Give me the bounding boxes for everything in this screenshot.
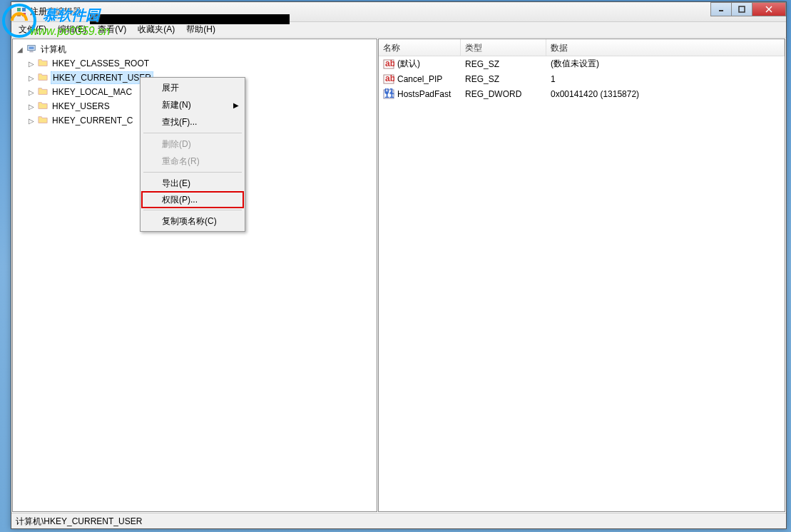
context-menu: 展开 新建(N)▶ 查找(F)... 删除(D) 重命名(R) 导出(E) 权限… [140, 77, 245, 232]
expander-icon[interactable]: ▷ [27, 116, 36, 125]
ctx-permissions[interactable]: 权限(P)... [141, 191, 244, 208]
expander-icon[interactable]: ▷ [27, 88, 36, 96]
statusbar: 计算机\HKEY_CURRENT_USER [11, 513, 786, 528]
svg-text:ab: ab [385, 73, 394, 83]
svg-rect-9 [29, 46, 34, 49]
redaction-bar [90, 14, 290, 24]
ctx-new[interactable]: 新建(N)▶ [142, 96, 243, 113]
tree-root-label: 计算机 [39, 43, 68, 56]
list-row[interactable]: 011110 HostsPadFast REG_DWORD 0x00141420… [379, 86, 785, 101]
value-type: REG_SZ [461, 58, 546, 71]
ctx-find[interactable]: 查找(F)... [142, 113, 243, 131]
value-data: (数值未设置) [546, 56, 785, 71]
separator [143, 133, 242, 133]
value-name: (默认) [397, 58, 420, 70]
list-row[interactable]: ab Cancel_PIP REG_SZ 1 [379, 71, 785, 86]
list-row[interactable]: ab (默认) REG_SZ (数值未设置) [379, 56, 785, 71]
folder-icon [37, 58, 49, 69]
separator [143, 210, 242, 210]
header-data[interactable]: 数据 [546, 39, 785, 56]
ctx-rename: 重命名(R) [142, 153, 243, 170]
expander-icon[interactable]: ▷ [27, 59, 36, 68]
folder-icon [37, 72, 49, 83]
value-type: REG_DWORD [461, 88, 546, 101]
tree-node-hkcr[interactable]: ▷ HKEY_CLASSES_ROOT [14, 56, 375, 71]
separator [143, 172, 242, 173]
expander-icon[interactable]: ◢ [16, 45, 24, 53]
header-type[interactable]: 类型 [461, 39, 546, 56]
value-type: REG_SZ [461, 73, 546, 86]
value-data: 0x00141420 (1315872) [546, 88, 785, 101]
tree-root-computer[interactable]: ◢ 计算机 [14, 42, 375, 56]
string-value-icon: ab [383, 58, 394, 70]
window-title: 注册表编辑器 [30, 6, 81, 18]
status-path: 计算机\HKEY_CURRENT_USER [16, 516, 142, 526]
svg-rect-1 [22, 8, 26, 11]
close-button[interactable] [752, 2, 786, 16]
tree-node-label: HKEY_LOCAL_MAC [51, 86, 133, 98]
value-name: Cancel_PIP [397, 74, 442, 84]
svg-rect-3 [22, 13, 26, 16]
content-area: ◢ 计算机 ▷ HKEY_CLASSES_ROOT ▷ HKEY_CURRENT… [11, 38, 786, 513]
menubar: 文件(F) 编辑(E) 查看(V) 收藏夹(A) 帮助(H) [11, 22, 786, 38]
maximize-button[interactable] [731, 2, 752, 16]
ctx-copy-key-name[interactable]: 复制项名称(C) [142, 213, 243, 230]
folder-icon [37, 101, 49, 112]
computer-icon [26, 44, 37, 55]
binary-value-icon: 011110 [383, 88, 394, 100]
ctx-expand[interactable]: 展开 [142, 79, 243, 96]
list-header: 名称 类型 数据 [379, 39, 785, 56]
svg-text:110: 110 [384, 90, 394, 100]
value-list-panel: 名称 类型 数据 ab (默认) REG_SZ (数值未设置) ab Cance… [378, 39, 785, 512]
window-controls [711, 2, 786, 16]
menu-file[interactable]: 文件(F) [13, 21, 52, 38]
app-icon [16, 6, 27, 18]
registry-editor-window: 注册表编辑器 文件(F) 编辑(E) 查看(V) 收藏夹(A) 帮助(H) ◢ … [11, 1, 787, 529]
menu-edit[interactable]: 编辑(E) [52, 21, 92, 38]
svg-rect-0 [17, 8, 21, 11]
svg-rect-2 [17, 13, 21, 16]
svg-rect-5 [739, 6, 745, 12]
folder-icon [37, 86, 49, 98]
expander-icon[interactable]: ▷ [27, 73, 36, 82]
svg-rect-10 [29, 51, 33, 53]
svg-text:ab: ab [385, 58, 394, 68]
ctx-delete: 删除(D) [142, 135, 243, 153]
list-body[interactable]: ab (默认) REG_SZ (数值未设置) ab Cancel_PIP REG… [379, 56, 785, 511]
submenu-arrow-icon: ▶ [233, 101, 239, 109]
tree-node-label: HKEY_USERS [51, 101, 111, 112]
tree-node-label: HKEY_CURRENT_C [51, 115, 134, 126]
tree-node-label: HKEY_CLASSES_ROOT [51, 58, 150, 69]
value-data: 1 [546, 73, 785, 86]
expander-icon[interactable]: ▷ [27, 102, 36, 111]
string-value-icon: ab [383, 73, 394, 85]
header-name[interactable]: 名称 [379, 39, 461, 56]
tree-node-label: HKEY_CURRENT_USER [51, 71, 153, 84]
ctx-export[interactable]: 导出(E) [142, 175, 243, 192]
folder-icon [37, 115, 49, 126]
value-name: HostsPadFast [397, 89, 451, 99]
minimize-button[interactable] [710, 2, 732, 16]
